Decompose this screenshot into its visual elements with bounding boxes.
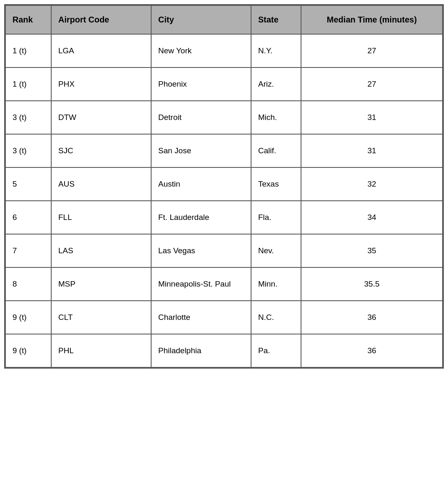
cell-state: Minn. [251,267,301,301]
header-median-time: Median Time (minutes) [301,5,443,34]
cell-rank: 8 [5,267,51,301]
airport-table: Rank Airport Code City State Median Time… [5,5,443,368]
table-row: 3 (t)DTWDetroitMich.31 [5,101,443,134]
cell-airport-code: CLT [51,301,151,334]
table-row: 1 (t)LGANew YorkN.Y.27 [5,34,443,67]
cell-city: Minneapolis-St. Paul [151,267,251,301]
cell-rank: 1 (t) [5,34,51,67]
cell-median-time: 35.5 [301,267,443,301]
table-row: 9 (t)PHLPhiladelphiaPa.36 [5,334,443,367]
cell-city: Charlotte [151,301,251,334]
cell-rank: 3 (t) [5,101,51,134]
cell-median-time: 31 [301,101,443,134]
cell-state: Ariz. [251,67,301,101]
table-row: 6FLLFt. LauderdaleFla.34 [5,201,443,234]
table-header-row: Rank Airport Code City State Median Time… [5,5,443,34]
cell-city: New York [151,34,251,67]
cell-airport-code: PHX [51,67,151,101]
cell-state: N.C. [251,301,301,334]
cell-state: Mich. [251,101,301,134]
header-rank: Rank [5,5,51,34]
cell-state: N.Y. [251,34,301,67]
cell-airport-code: LAS [51,234,151,267]
table-body: 1 (t)LGANew YorkN.Y.271 (t)PHXPhoenixAri… [5,34,443,367]
header-state: State [251,5,301,34]
cell-median-time: 36 [301,301,443,334]
cell-median-time: 35 [301,234,443,267]
cell-median-time: 32 [301,167,443,201]
cell-city: San Jose [151,134,251,167]
cell-city: Detroit [151,101,251,134]
cell-state: Texas [251,167,301,201]
cell-state: Fla. [251,201,301,234]
cell-airport-code: FLL [51,201,151,234]
cell-city: Ft. Lauderdale [151,201,251,234]
cell-rank: 9 (t) [5,301,51,334]
cell-median-time: 36 [301,334,443,367]
cell-state: Nev. [251,234,301,267]
cell-airport-code: LGA [51,34,151,67]
cell-rank: 6 [5,201,51,234]
cell-median-time: 27 [301,34,443,67]
cell-median-time: 34 [301,201,443,234]
cell-city: Las Vegas [151,234,251,267]
cell-city: Phoenix [151,67,251,101]
cell-state: Pa. [251,334,301,367]
table-row: 7LASLas VegasNev.35 [5,234,443,267]
cell-airport-code: DTW [51,101,151,134]
cell-city: Philadelphia [151,334,251,367]
cell-airport-code: PHL [51,334,151,367]
cell-rank: 5 [5,167,51,201]
cell-airport-code: SJC [51,134,151,167]
cell-rank: 3 (t) [5,134,51,167]
cell-airport-code: MSP [51,267,151,301]
airport-table-wrapper: Rank Airport Code City State Median Time… [4,4,444,369]
header-airport-code: Airport Code [51,5,151,34]
header-city: City [151,5,251,34]
table-row: 9 (t)CLTCharlotteN.C.36 [5,301,443,334]
cell-rank: 7 [5,234,51,267]
table-row: 3 (t)SJCSan JoseCalif.31 [5,134,443,167]
cell-airport-code: AUS [51,167,151,201]
table-row: 5AUSAustinTexas32 [5,167,443,201]
cell-city: Austin [151,167,251,201]
cell-state: Calif. [251,134,301,167]
cell-rank: 1 (t) [5,67,51,101]
cell-median-time: 27 [301,67,443,101]
table-row: 1 (t)PHXPhoenixAriz.27 [5,67,443,101]
cell-median-time: 31 [301,134,443,167]
cell-rank: 9 (t) [5,334,51,367]
table-row: 8MSPMinneapolis-St. PaulMinn.35.5 [5,267,443,301]
